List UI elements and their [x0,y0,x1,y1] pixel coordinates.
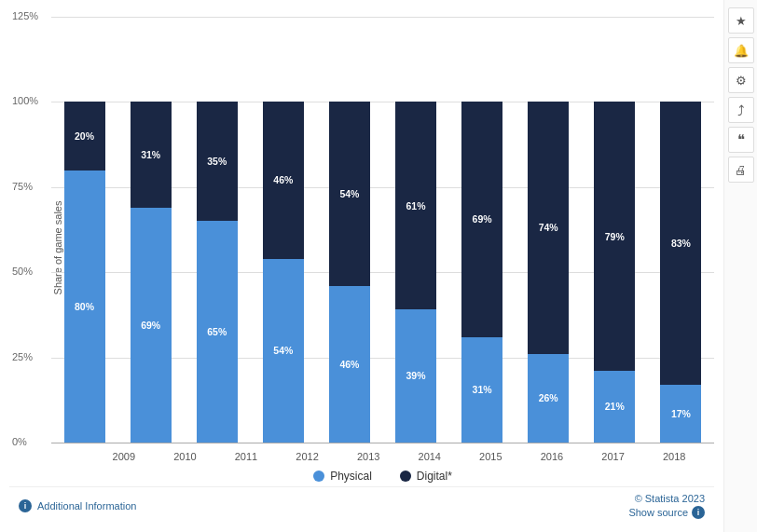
star-icon[interactable]: ★ [728,7,754,34]
stacked-bar-2010: 31% 69% [131,102,172,443]
seg-physical-2014: 39% [395,309,436,443]
x-label-2014: 2014 [399,451,461,462]
physical-label-2015: 31% [473,385,492,395]
x-label-2013: 2013 [337,451,399,462]
legend-label-digital: Digital* [417,470,452,483]
digital-label-2014: 61% [406,201,426,211]
stacked-bar-2017: 79% 21% [594,102,635,443]
stacked-bar-2012: 46% 54% [263,102,304,443]
seg-digital-2013: 54% [329,102,370,285]
seg-physical-2016: 26% [528,354,569,443]
additional-info[interactable]: i Additional Information [19,499,136,512]
show-source-label[interactable]: Show source [628,507,688,518]
stacked-bar-2016: 74% 26% [528,102,569,443]
chart-legend: Physical Digital* [51,470,714,483]
physical-label-2012: 54% [273,346,293,356]
legend-label-physical: Physical [330,470,372,483]
footer: i Additional Information © Statista 2023… [9,486,714,523]
digital-label-2009: 20% [75,131,94,142]
legend-dot-physical [313,471,324,482]
seg-digital-2016: 74% [528,102,569,354]
x-label-2011: 2011 [215,451,277,462]
x-label-2017: 2017 [583,451,644,462]
gear-icon[interactable]: ⚙ [728,67,754,93]
bar-group-2018: 83% 17% [648,17,714,443]
seg-digital-2014: 61% [395,102,436,309]
bars-grid-area: 125% 100% 75% 50% [51,17,714,443]
seg-digital-2017: 79% [594,102,635,371]
physical-label-2018: 17% [671,409,691,419]
seg-physical-2009: 80% [64,171,105,443]
chart-container: Share of game sales 125% 10 [0,0,757,532]
x-label-2009: 2009 [93,451,155,462]
seg-digital-2010: 31% [131,102,172,207]
show-source-info-icon: i [692,506,705,519]
physical-label-2010: 69% [141,321,160,331]
bar-group-2016: 74% 26% [516,17,582,443]
seg-physical-2015: 31% [461,337,502,443]
digital-label-2011: 35% [207,157,227,167]
show-source-button[interactable]: Show source i [628,506,705,519]
physical-label-2013: 46% [339,360,359,370]
seg-physical-2012: 54% [263,259,304,443]
bar-group-2017: 79% 21% [582,17,648,443]
legend-physical: Physical [313,470,372,483]
seg-digital-2011: 35% [197,102,238,221]
x-label-2010: 2010 [155,451,216,462]
digital-label-2010: 31% [141,150,160,160]
statista-credit: © Statista 2023 [635,493,705,504]
seg-digital-2018: 83% [660,102,701,384]
x-label-2012: 2012 [277,451,338,462]
physical-label-2016: 26% [539,393,558,403]
x-axis: 2009 2010 2011 2012 2013 2014 2015 2016 … [93,451,705,462]
main-area: Share of game sales 125% 10 [0,0,723,532]
share-icon[interactable]: ⤴ [728,97,754,123]
chart-area: Share of game sales 125% 10 [9,9,714,486]
bars-container: 20% 80% [51,17,714,443]
stacked-bar-2011: 35% 65% [197,102,238,443]
digital-label-2013: 54% [339,189,359,199]
legend-dot-digital [400,471,411,482]
x-label-2015: 2015 [461,451,522,462]
seg-physical-2010: 69% [131,208,172,443]
stacked-bar-2014: 61% 39% [395,102,436,443]
bar-group-2010: 31% 69% [117,17,184,443]
physical-label-2017: 21% [605,402,625,412]
physical-label-2011: 65% [207,327,227,337]
print-icon[interactable]: 🖨 [728,157,754,183]
x-label-2018: 2018 [643,451,705,462]
footer-right: © Statista 2023 Show source i [628,493,705,519]
seg-physical-2018: 17% [660,385,701,443]
stacked-bar-2015: 69% 31% [461,102,502,443]
bell-icon[interactable]: 🔔 [728,37,754,63]
additional-info-label[interactable]: Additional Information [37,500,136,512]
bar-group-2011: 35% 65% [184,17,250,443]
seg-physical-2017: 21% [594,371,635,443]
seg-digital-2009: 20% [64,102,105,170]
physical-label-2009: 80% [75,302,94,312]
stacked-bar-2013: 54% 46% [329,102,370,443]
x-label-2016: 2016 [521,451,583,462]
digital-label-2017: 79% [605,232,625,242]
legend-digital: Digital* [400,470,452,483]
digital-label-2012: 46% [273,175,293,185]
digital-label-2016: 74% [539,223,558,233]
stacked-bar-2018: 83% 17% [660,102,701,443]
physical-label-2014: 39% [406,371,426,381]
bar-group-2013: 54% 46% [316,17,382,443]
digital-label-2018: 83% [671,239,691,249]
bar-group-2014: 61% 39% [382,17,448,443]
seg-digital-2012: 46% [263,102,304,258]
seg-digital-2015: 69% [461,102,502,336]
bar-group-2009: 20% 80% [51,17,117,443]
info-icon: i [19,499,32,512]
quote-icon[interactable]: ❝ [728,127,754,153]
sidebar: ★ 🔔 ⚙ ⤴ ❝ 🖨 [723,0,757,532]
seg-physical-2013: 46% [329,286,370,443]
bar-group-2015: 69% 31% [449,17,516,443]
bar-group-2012: 46% 54% [250,17,316,443]
seg-physical-2011: 65% [197,221,238,443]
digital-label-2015: 69% [473,214,492,225]
stacked-bar-2009: 20% 80% [64,102,105,443]
